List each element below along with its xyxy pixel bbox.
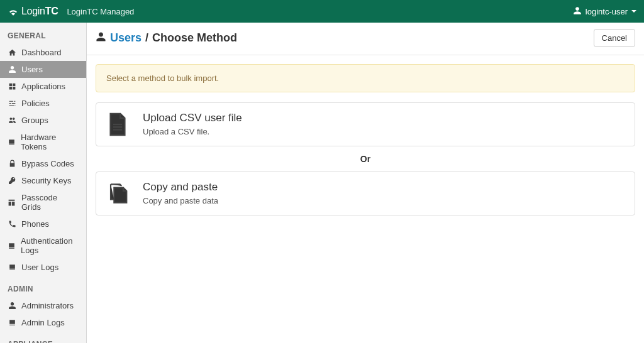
user-icon — [573, 6, 582, 17]
sidebar-item-label: Users — [21, 65, 43, 74]
method-title: Copy and paste — [143, 181, 218, 193]
sidebar-item-dashboard[interactable]: Dashboard — [0, 44, 86, 61]
topbar: LoginTC LoginTC Managed logintc-user — [0, 0, 644, 23]
sidebar-item-label: Passcode Grids — [21, 193, 79, 212]
copy-icon — [106, 181, 131, 206]
sidebar-item-label: Security Keys — [21, 176, 71, 185]
home-icon — [8, 48, 16, 57]
sidebar-item-user-logs[interactable]: User Logs — [0, 259, 86, 276]
method-title: Upload CSV user file — [143, 112, 242, 124]
breadcrumb-separator: / — [145, 31, 148, 45]
sidebar-item-groups[interactable]: Groups — [0, 112, 86, 129]
hdd-icon — [8, 242, 16, 250]
breadcrumb-users-link[interactable]: Users — [110, 31, 142, 45]
page-body: Select a method to bulk import. Upload C… — [87, 55, 644, 224]
user-label: logintc-user — [586, 7, 628, 16]
brand-text: LoginTC — [21, 6, 58, 17]
method-copy-paste[interactable]: Copy and paste Copy and paste data — [96, 172, 635, 215]
sidebar-item-label: Dashboard — [21, 48, 62, 57]
sidebar-item-hardware-tokens[interactable]: Hardware Tokens — [0, 129, 86, 155]
sidebar-item-label: Groups — [21, 116, 48, 125]
sidebar-item-label: Administrators — [21, 301, 74, 310]
breadcrumb: Users / Choose Method — [96, 31, 237, 45]
or-separator: Or — [96, 146, 635, 172]
sidebar-item-label: Applications — [21, 82, 65, 91]
sidebar-item-label: Policies — [21, 99, 50, 108]
user-icon — [96, 31, 106, 45]
sidebar-item-passcode-grids[interactable]: Passcode Grids — [0, 189, 86, 215]
user-menu[interactable]: logintc-user — [573, 6, 636, 17]
user-icon — [8, 302, 16, 310]
main-content: Users / Choose Method Cancel Select a me… — [87, 23, 644, 343]
method-upload-csv[interactable]: Upload CSV user file Upload a CSV file. — [96, 102, 635, 146]
file-icon — [106, 112, 131, 137]
sidebar-item-policies[interactable]: Policies — [0, 95, 86, 112]
sidebar-item-security-keys[interactable]: Security Keys — [0, 172, 86, 189]
hdd-icon — [8, 263, 16, 271]
sidebar-item-authentication-logs[interactable]: Authentication Logs — [0, 232, 86, 259]
sidebar-item-bypass-codes[interactable]: Bypass Codes — [0, 155, 86, 172]
sidebar-item-users[interactable]: Users — [0, 61, 86, 78]
sidebar-item-admin-logs[interactable]: Admin Logs — [0, 314, 86, 331]
user-icon — [8, 65, 16, 74]
topbar-left: LoginTC LoginTC Managed — [8, 6, 134, 17]
sidebar-item-administrators[interactable]: Administrators — [0, 297, 86, 314]
sidebar-section-admin: ADMIN — [0, 276, 86, 297]
brand-logo[interactable]: LoginTC — [8, 6, 58, 17]
lock-icon — [8, 160, 16, 168]
sidebar-item-label: User Logs — [21, 263, 58, 272]
sidebar-item-label: Admin Logs — [21, 318, 65, 327]
info-alert: Select a method to bulk import. — [96, 64, 635, 92]
sidebar-item-label: Phones — [21, 219, 49, 229]
users-icon — [8, 116, 16, 124]
sidebar-item-label: Hardware Tokens — [21, 133, 79, 151]
wifi-arc-icon — [8, 6, 19, 17]
sidebar-item-applications[interactable]: Applications — [0, 78, 86, 95]
sidebar-section-appliance: APPLIANCE — [0, 331, 86, 343]
sidebar-item-label: Bypass Codes — [21, 159, 74, 168]
method-desc: Copy and paste data — [143, 196, 218, 205]
phone-icon — [8, 220, 16, 228]
managed-label: LoginTC Managed — [67, 7, 134, 16]
cancel-button[interactable]: Cancel — [594, 29, 635, 47]
table-icon — [8, 199, 16, 207]
sidebar-item-label: Authentication Logs — [21, 236, 79, 255]
sidebar: GENERAL Dashboard Users Applications Pol… — [0, 23, 87, 343]
sidebar-item-phones[interactable]: Phones — [0, 215, 86, 232]
breadcrumb-current: Choose Method — [152, 31, 237, 45]
method-desc: Upload a CSV file. — [143, 127, 242, 136]
sidebar-section-general: GENERAL — [0, 23, 86, 44]
hdd-icon — [8, 318, 16, 327]
grid-icon — [8, 82, 16, 90]
page-header: Users / Choose Method Cancel — [87, 23, 644, 55]
caret-down-icon — [631, 10, 636, 13]
hdd-icon — [8, 138, 16, 146]
sliders-icon — [8, 99, 16, 107]
key-icon — [8, 177, 16, 185]
